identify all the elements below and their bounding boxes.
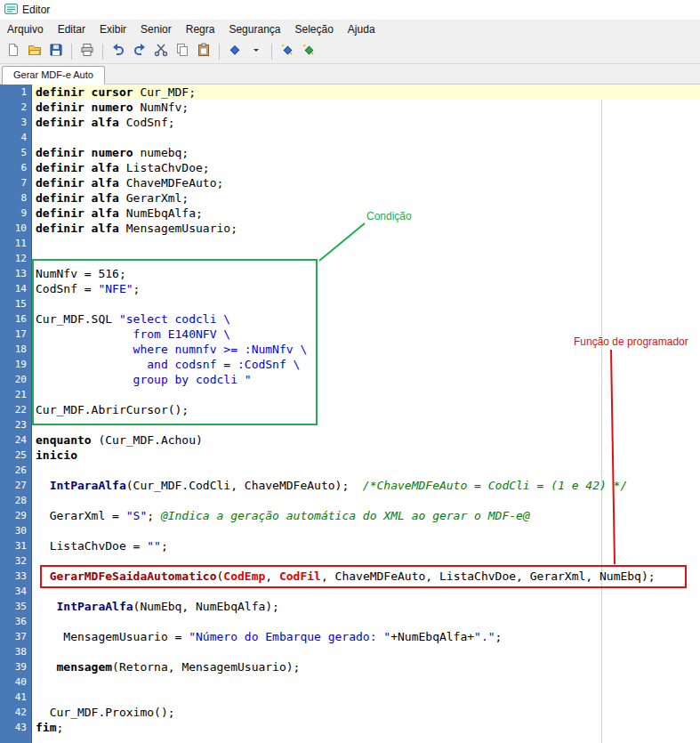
toolbar-separator bbox=[271, 44, 272, 60]
open-file-button[interactable] bbox=[25, 42, 44, 61]
menu-item-regra[interactable]: Regra bbox=[179, 20, 222, 39]
verify-syntax-button[interactable] bbox=[225, 42, 245, 61]
compile-button[interactable] bbox=[278, 42, 297, 61]
code-line-18[interactable]: 18 where numnfv >= :NumNfv \ bbox=[0, 342, 700, 357]
code-line-6[interactable]: 6definir alfa ListaChvDoe; bbox=[0, 160, 700, 175]
code-text bbox=[32, 614, 700, 629]
cut-button[interactable] bbox=[151, 42, 171, 61]
copy-button[interactable] bbox=[173, 42, 192, 61]
code-line-15[interactable]: 15 bbox=[0, 296, 700, 311]
line-number: 38 bbox=[0, 644, 32, 659]
code-line-29[interactable]: 29 GerarXml = "S"; @Indica a geração aut… bbox=[0, 508, 700, 523]
code-text bbox=[32, 584, 700, 599]
line-number: 2 bbox=[0, 100, 32, 115]
code-line-21[interactable]: 21 bbox=[0, 387, 700, 402]
code-line-43[interactable]: 43fim; bbox=[0, 720, 700, 735]
code-text bbox=[32, 296, 700, 311]
line-number: 29 bbox=[0, 508, 32, 523]
code-line-8[interactable]: 8definir alfa GerarXml; bbox=[0, 190, 700, 206]
code-line-34[interactable]: 34 bbox=[0, 584, 700, 599]
code-text: GerarMDFeSaidaAutomatico(CodEmp, CodFil,… bbox=[32, 569, 700, 584]
code-line-30[interactable]: 30 bbox=[0, 523, 700, 538]
redo-icon bbox=[133, 43, 147, 61]
compile-all-button[interactable] bbox=[299, 42, 318, 61]
menu-item-seguranca[interactable]: Segurança bbox=[221, 20, 287, 39]
menu-item-selecao[interactable]: Seleção bbox=[287, 20, 340, 39]
code-line-11[interactable]: 11 bbox=[0, 236, 700, 251]
code-text bbox=[32, 493, 700, 508]
line-number: 28 bbox=[0, 493, 32, 508]
code-text bbox=[32, 523, 700, 538]
code-line-7[interactable]: 7definir alfa ChaveMDFeAuto; bbox=[0, 175, 700, 190]
code-line-31[interactable]: 31 ListaChvDoe = ""; bbox=[0, 538, 700, 553]
code-line-24[interactable]: 24enquanto (Cur_MDF.Achou) bbox=[0, 432, 700, 448]
code-line-33[interactable]: 33 GerarMDFeSaidaAutomatico(CodEmp, CodF… bbox=[0, 569, 700, 584]
code-line-32[interactable]: 32 bbox=[0, 553, 700, 569]
code-line-26[interactable]: 26 bbox=[0, 463, 700, 478]
menu-item-senior[interactable]: Senior bbox=[133, 20, 179, 39]
redo-button[interactable] bbox=[130, 42, 149, 61]
code-line-13[interactable]: 13NumNfv = 516; bbox=[0, 266, 700, 281]
code-lines: 1definir cursor Cur_MDF;2definir numero … bbox=[0, 85, 700, 735]
code-line-35[interactable]: 35 IntParaAlfa(NumEbq, NumEbqAlfa); bbox=[0, 599, 700, 614]
code-text bbox=[32, 387, 700, 402]
code-line-25[interactable]: 25inicio bbox=[0, 448, 700, 463]
line-number: 22 bbox=[0, 402, 32, 417]
code-text: definir numero NumNfv; bbox=[32, 100, 700, 115]
code-line-10[interactable]: 10definir alfa MensagemUsuario; bbox=[0, 221, 700, 236]
code-line-9[interactable]: 9definir alfa NumEbqAlfa; bbox=[0, 206, 700, 221]
code-text bbox=[32, 236, 700, 251]
code-line-12[interactable]: 12 bbox=[0, 251, 700, 266]
code-line-14[interactable]: 14CodSnf = "NFE"; bbox=[0, 281, 700, 296]
code-text bbox=[32, 251, 700, 266]
code-line-3[interactable]: 3definir alfa CodSnf; bbox=[0, 115, 700, 130]
code-line-38[interactable]: 38 bbox=[0, 644, 700, 659]
code-text: mensagem(Retorna, MensagemUsuario); bbox=[32, 659, 700, 674]
code-text: definir alfa ChaveMDFeAuto; bbox=[32, 175, 700, 190]
code-text: IntParaAlfa(NumEbq, NumEbqAlfa); bbox=[32, 599, 700, 614]
paste-button[interactable] bbox=[194, 42, 213, 61]
code-line-1[interactable]: 1definir cursor Cur_MDF; bbox=[0, 85, 700, 100]
line-number: 13 bbox=[0, 266, 32, 281]
compile-all-icon bbox=[302, 43, 316, 61]
code-line-2[interactable]: 2definir numero NumNfv; bbox=[0, 100, 700, 115]
code-line-40[interactable]: 40 bbox=[0, 674, 700, 690]
code-line-42[interactable]: 42 Cur_MDF.Proximo(); bbox=[0, 705, 700, 720]
code-line-5[interactable]: 5definir numero numebq; bbox=[0, 145, 700, 160]
tab-gerar-mdfe-auto[interactable]: Gerar MDF-e Auto bbox=[2, 66, 105, 85]
line-number: 11 bbox=[0, 236, 32, 251]
line-number: 16 bbox=[0, 311, 32, 327]
menu-item-arquivo[interactable]: Arquivo bbox=[0, 20, 51, 39]
code-line-39[interactable]: 39 mensagem(Retorna, MensagemUsuario); bbox=[0, 659, 700, 674]
line-number: 30 bbox=[0, 523, 32, 538]
print-button[interactable] bbox=[77, 42, 97, 61]
code-text: definir alfa MensagemUsuario; bbox=[32, 221, 700, 236]
code-line-22[interactable]: 22Cur_MDF.AbrirCursor(); bbox=[0, 402, 700, 417]
menu-item-ajuda[interactable]: Ajuda bbox=[341, 20, 382, 39]
line-number: 34 bbox=[0, 584, 32, 599]
line-number: 9 bbox=[0, 206, 32, 221]
code-line-36[interactable]: 36 bbox=[0, 614, 700, 629]
code-line-17[interactable]: 17 from E140NFV \ bbox=[0, 327, 700, 342]
code-editor[interactable]: 1definir cursor Cur_MDF;2definir numero … bbox=[0, 85, 700, 743]
code-line-4[interactable]: 4 bbox=[0, 130, 700, 145]
new-file-button[interactable] bbox=[4, 42, 23, 61]
code-line-27[interactable]: 27 IntParaAlfa(Cur_MDF.CodCli, ChaveMDFe… bbox=[0, 478, 700, 493]
menu-item-editar[interactable]: Editar bbox=[51, 20, 93, 39]
line-number: 18 bbox=[0, 342, 32, 357]
code-line-19[interactable]: 19 and codsnf = :CodSnf \ bbox=[0, 357, 700, 372]
code-text: Cur_MDF.Proximo(); bbox=[32, 705, 700, 720]
code-line-28[interactable]: 28 bbox=[0, 493, 700, 508]
code-line-23[interactable]: 23 bbox=[0, 417, 700, 432]
line-number: 24 bbox=[0, 432, 32, 448]
verify-dropdown[interactable] bbox=[246, 42, 266, 61]
code-text: and codsnf = :CodSnf \ bbox=[32, 357, 700, 372]
undo-button[interactable] bbox=[109, 42, 128, 61]
save-button[interactable] bbox=[46, 42, 66, 61]
code-line-41[interactable]: 41 bbox=[0, 690, 700, 705]
cut-icon bbox=[154, 43, 168, 61]
menu-item-exibir[interactable]: Exibir bbox=[93, 20, 133, 39]
code-line-37[interactable]: 37 MensagemUsuario = "Número do Embarque… bbox=[0, 629, 700, 644]
code-line-20[interactable]: 20 group by codcli " bbox=[0, 372, 700, 387]
code-line-16[interactable]: 16Cur_MDF.SQL "select codcli \ bbox=[0, 311, 700, 327]
